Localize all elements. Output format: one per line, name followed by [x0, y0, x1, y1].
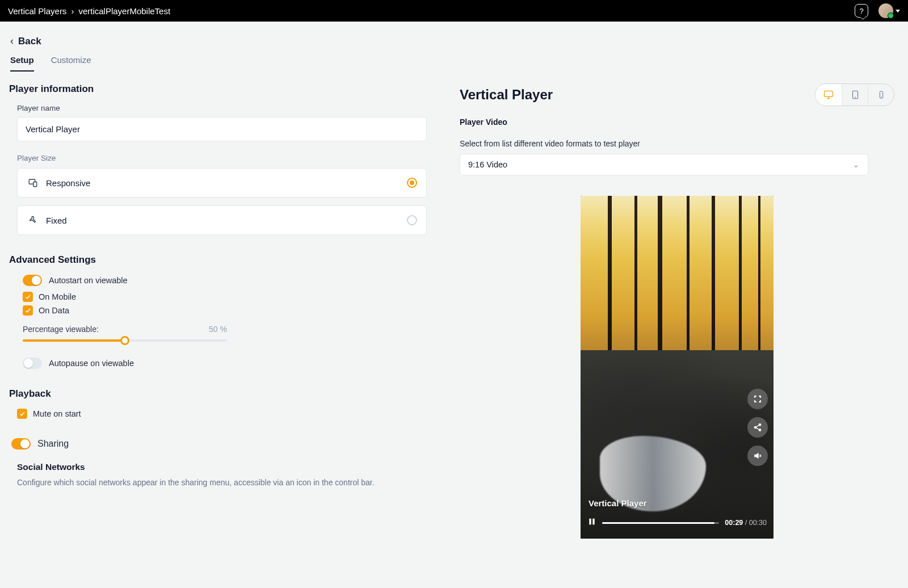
help-icon[interactable]: ? [855, 4, 868, 18]
preview-title: Vertical Player [460, 87, 553, 103]
mute-label: Mute on start [33, 409, 81, 418]
avatar [878, 3, 893, 18]
player-info-heading: Player information [9, 83, 435, 95]
on-data-label: On Data [39, 306, 69, 315]
size-option-fixed[interactable]: Fixed [17, 205, 427, 235]
pause-button[interactable] [587, 517, 596, 528]
format-selected: 9:16 Video [468, 160, 507, 169]
device-desktop[interactable] [815, 84, 842, 106]
player-video-label: Player Video [460, 117, 894, 127]
format-select[interactable]: 9:16 Video ⌄ [460, 154, 868, 175]
back-label: Back [18, 36, 41, 47]
breadcrumb-current: verticalPlayerMobileTest [78, 6, 170, 16]
viewable-value: 50 % [209, 325, 227, 334]
responsive-icon [28, 178, 38, 188]
svg-rect-1 [33, 182, 37, 187]
breadcrumb-root[interactable]: Vertical Players [8, 6, 66, 16]
social-networks-heading: Social Networks [17, 462, 435, 472]
device-tablet[interactable] [842, 84, 868, 106]
player-name-label: Player name [17, 104, 435, 112]
autopause-toggle[interactable] [23, 358, 42, 369]
svg-rect-11 [592, 519, 594, 525]
svg-rect-2 [825, 91, 833, 96]
svg-rect-10 [589, 519, 591, 525]
mute-checkbox[interactable] [17, 409, 27, 419]
share-button[interactable] [747, 417, 768, 438]
on-data-checkbox[interactable] [23, 305, 33, 316]
svg-point-4 [855, 97, 855, 98]
viewable-label: Percentage viewable: [23, 325, 99, 334]
radio-checked-icon [407, 178, 417, 188]
tab-setup[interactable]: Setup [10, 55, 34, 72]
advanced-heading: Advanced Settings [9, 254, 435, 266]
autopause-label: Autopause on viewable [49, 359, 134, 368]
top-bar: Vertical Players › verticalPlayerMobileT… [0, 0, 908, 22]
chevron-right-icon: › [71, 6, 74, 16]
size-option-responsive[interactable]: Responsive [17, 168, 427, 198]
video-title-overlay: Vertical Player [588, 498, 647, 508]
on-mobile-checkbox[interactable] [23, 292, 33, 302]
playback-heading: Playback [9, 388, 435, 400]
tab-customize[interactable]: Customize [51, 55, 91, 72]
autostart-toggle[interactable] [23, 275, 42, 286]
social-networks-desc: Configure which social networks appear i… [17, 477, 435, 489]
svg-point-6 [881, 97, 881, 98]
sharing-label: Sharing [37, 439, 69, 449]
player-size-label: Player Size [17, 154, 435, 162]
viewable-slider[interactable] [23, 339, 227, 342]
device-mobile[interactable] [868, 84, 894, 106]
chevron-down-icon [896, 10, 900, 12]
video-player[interactable]: Vertical Player 00:29 / 00:30 [581, 196, 774, 539]
size-option-fixed-label: Fixed [46, 216, 67, 225]
tabs: Setup Customize [9, 55, 899, 72]
fullscreen-button[interactable] [747, 389, 768, 409]
player-name-input[interactable] [17, 117, 427, 141]
device-segment [815, 83, 894, 106]
user-menu[interactable] [878, 3, 900, 18]
chevron-left-icon: ‹ [10, 35, 14, 47]
sharing-toggle[interactable] [11, 438, 31, 450]
breadcrumb: Vertical Players › verticalPlayerMobileT… [8, 6, 170, 16]
fixed-icon [28, 215, 38, 225]
radio-unchecked-icon [407, 215, 417, 225]
size-option-responsive-label: Responsive [46, 178, 90, 188]
time-total: 00:30 [749, 519, 767, 527]
mute-button[interactable] [747, 446, 768, 466]
slider-thumb[interactable] [120, 336, 129, 345]
progress-bar[interactable] [602, 522, 719, 524]
format-instruction: Select from list different video formats… [460, 139, 894, 148]
chevron-down-icon: ⌄ [852, 160, 860, 169]
autostart-label: Autostart on viewable [49, 276, 128, 285]
video-frame [581, 196, 774, 539]
time-display: 00:29 / 00:30 [725, 519, 767, 527]
on-mobile-label: On Mobile [39, 292, 76, 301]
back-button[interactable]: ‹ Back [9, 32, 899, 55]
slider-fill [23, 339, 125, 342]
time-current: 00:29 [725, 519, 743, 527]
